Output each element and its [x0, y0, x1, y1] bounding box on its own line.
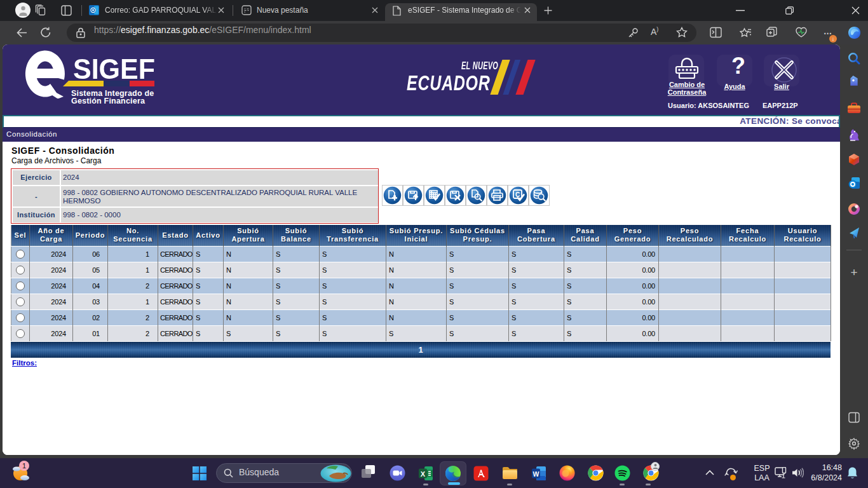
- svg-text:X: X: [421, 470, 426, 478]
- svg-text:W: W: [533, 470, 539, 478]
- svg-text:C: C: [515, 191, 520, 198]
